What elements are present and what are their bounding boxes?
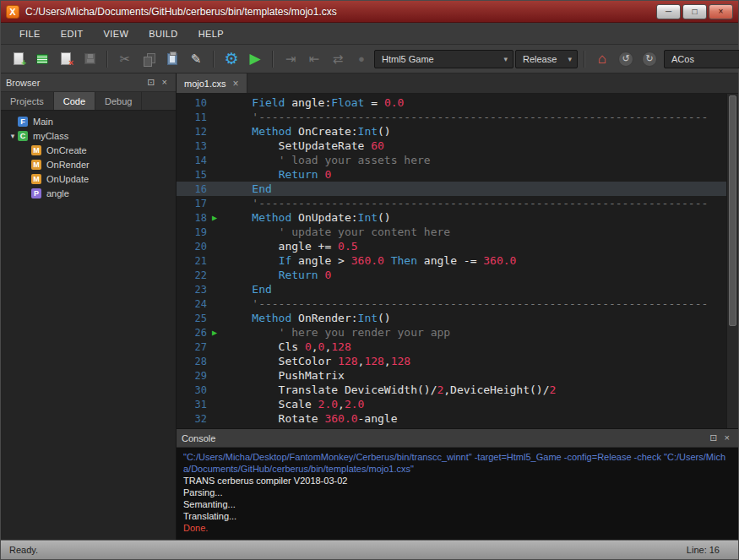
open-file-button[interactable]	[31, 48, 53, 70]
close-file-icon: ×	[61, 52, 71, 65]
code-text: '---------------------------------------…	[226, 197, 708, 209]
console-output[interactable]: "C:/Users/Micha/Desktop/FantomMonkey/Cer…	[177, 448, 738, 540]
editor-scrollbar-thumb[interactable]	[729, 95, 736, 326]
code-line[interactable]: 31 Scale 2.0,2.0	[177, 397, 726, 411]
code-line[interactable]: 26▶ ' here you render your app	[177, 325, 726, 340]
title-bar[interactable]: X C:/Users/Micha/Documents/GitHub/cerber…	[1, 1, 738, 23]
forward-button[interactable]: ↻	[638, 48, 660, 70]
cut-button[interactable]: ✂	[114, 48, 136, 70]
editor-tab-mojo1[interactable]: mojo1.cxs ×	[177, 73, 247, 93]
stop-button[interactable]: ●	[350, 48, 372, 70]
close-button[interactable]: ×	[709, 4, 733, 19]
menu-item-file[interactable]: FILE	[11, 26, 49, 41]
menu-item-help[interactable]: HELP	[190, 26, 232, 41]
menu-item-build[interactable]: BUILD	[140, 26, 186, 41]
tree-item-main[interactable]: FMain	[1, 114, 176, 128]
config-select[interactable]: Release ▾	[515, 50, 578, 68]
code-line[interactable]: 32 Rotate 360.0-angle	[177, 411, 726, 426]
tree-item-angle[interactable]: Pangle	[1, 186, 176, 200]
editor-scrollbar[interactable]	[726, 94, 738, 428]
console-line: Parsing...	[183, 487, 731, 498]
code-line[interactable]: 27 Cls 0,0,128	[177, 340, 726, 354]
code-text: Return 0	[226, 168, 331, 181]
panel-tab-code[interactable]: Code	[54, 92, 95, 110]
toolbar-separator	[272, 51, 274, 68]
line-number: 23	[177, 284, 212, 296]
new-file-button[interactable]: +	[8, 48, 30, 70]
close-file-button[interactable]: ×	[55, 48, 77, 70]
code-line[interactable]: 12 Method OnCreate:Int()	[177, 124, 726, 139]
tree-item-onrender[interactable]: MOnRender	[1, 157, 176, 171]
build-settings-button[interactable]: ⚙	[220, 48, 242, 70]
record-icon: ●	[358, 53, 365, 64]
console-line: Semanting...	[183, 498, 731, 510]
save-button[interactable]	[79, 48, 101, 70]
code-line[interactable]: 14 ' load your assets here	[177, 153, 726, 167]
status-message: Ready.	[9, 545, 687, 555]
target-select-value: Html5 Game	[382, 54, 434, 64]
code-line[interactable]: 24 '------------------------------------…	[177, 296, 726, 311]
line-number: 16	[177, 183, 212, 195]
console-line: TRANS cerberus compiler V2018-03-02	[183, 475, 731, 487]
menu-item-edit[interactable]: EDIT	[52, 26, 92, 41]
find-button[interactable]: ✎	[185, 48, 207, 70]
console-panel: Console ⊡ × "C:/Users/Micha/Desktop/Fant…	[177, 428, 738, 540]
step-out-button[interactable]: ⇄	[327, 48, 349, 70]
code-line[interactable]: 25 Method OnRender:Int()	[177, 311, 726, 325]
function-select[interactable]: ACos ▾	[664, 50, 739, 68]
build-run-button[interactable]: ▶	[244, 48, 266, 70]
panel-close-icon[interactable]: ×	[159, 78, 171, 87]
tab-close-icon[interactable]: ×	[233, 79, 239, 89]
panel-float-icon[interactable]: ⊡	[706, 433, 720, 443]
code-line[interactable]: 16 End	[177, 182, 726, 196]
code-text: Method OnRender:Int()	[226, 312, 391, 324]
tree-item-onupdate[interactable]: MOnUpdate	[1, 171, 176, 186]
code-line[interactable]: 10 Field angle:Float = 0.0	[177, 95, 726, 110]
panel-float-icon[interactable]: ⊡	[144, 78, 158, 87]
chevron-down-icon: ▾	[503, 55, 508, 63]
code-line[interactable]: 18▶ Method OnUpdate:Int()	[177, 210, 726, 225]
code-line[interactable]: 19 ' update your content here	[177, 225, 726, 239]
code-line[interactable]: 30 Translate DeviceWidth()/2,DeviceHeigh…	[177, 383, 726, 397]
code-text: PushMatrix	[226, 369, 345, 382]
tree-item-myclass[interactable]: ▾CmyClass	[1, 128, 176, 143]
code-text: Translate DeviceWidth()/2,DeviceHeight()…	[226, 383, 556, 396]
code-tree: FMain▾CmyClassMOnCreateMOnRenderMOnUpdat…	[1, 111, 176, 540]
panel-tab-debug[interactable]: Debug	[95, 92, 142, 110]
panel-close-icon[interactable]: ×	[721, 433, 733, 443]
tree-expander-icon[interactable]: ▾	[8, 132, 18, 140]
back-button[interactable]: ↺	[615, 48, 637, 70]
code-line[interactable]: 17 '------------------------------------…	[177, 196, 726, 210]
home-button[interactable]: ⌂	[591, 48, 613, 70]
code-line[interactable]: 29 PushMatrix	[177, 368, 726, 383]
code-line[interactable]: 22 Return 0	[177, 268, 726, 282]
minimize-button[interactable]: ─	[656, 4, 681, 19]
code-text: SetColor 128,128,128	[226, 355, 410, 367]
code-line[interactable]: 28 SetColor 128,128,128	[177, 354, 726, 368]
maximize-button[interactable]: □	[682, 4, 707, 19]
browser-panel: Browser ⊡ × ProjectsCodeDebug FMain▾CmyC…	[1, 73, 177, 540]
step-in-button[interactable]: ⇤	[303, 48, 325, 70]
code-line[interactable]: 20 angle += 0.5	[177, 239, 726, 253]
window-title: C:/Users/Micha/Documents/GitHub/cerberus…	[25, 6, 656, 18]
code-line[interactable]: 23 End	[177, 282, 726, 296]
editor-column: mojo1.cxs × 10 Field angle:Float = 0.011…	[177, 73, 738, 540]
line-number: 10	[177, 97, 212, 109]
target-select[interactable]: Html5 Game ▾	[374, 50, 513, 68]
step-icon: ⇥	[285, 52, 296, 65]
browser-panel-title: Browser	[6, 78, 144, 88]
code-line[interactable]: 21 If angle > 360.0 Then angle -= 360.0	[177, 253, 726, 268]
paste-button[interactable]	[161, 48, 183, 70]
copy-button[interactable]	[138, 48, 160, 70]
app-window: X C:/Users/Micha/Documents/GitHub/cerber…	[0, 0, 739, 560]
step-button[interactable]: ⇥	[280, 48, 302, 70]
code-line[interactable]: 11 '------------------------------------…	[177, 110, 726, 124]
panel-tab-projects[interactable]: Projects	[1, 92, 54, 110]
tree-item-oncreate[interactable]: MOnCreate	[1, 143, 176, 157]
code-editor[interactable]: 10 Field angle:Float = 0.011 '----------…	[177, 94, 738, 428]
chevron-down-icon: ▾	[568, 55, 572, 63]
code-line[interactable]: 13 SetUpdateRate 60	[177, 139, 726, 153]
menu-item-view[interactable]: VIEW	[95, 26, 138, 41]
line-number: 30	[177, 384, 212, 396]
code-line[interactable]: 15 Return 0	[177, 167, 726, 182]
